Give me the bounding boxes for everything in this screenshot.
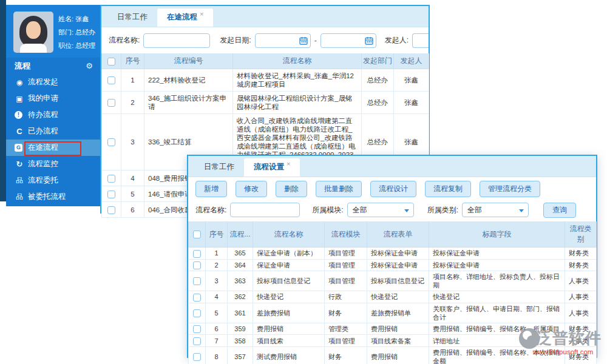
tab-daily-work[interactable]: 日常工作	[107, 8, 157, 27]
column-header: 发起人	[394, 53, 429, 69]
toolbar-button-1[interactable]: 修改	[236, 181, 267, 197]
close-icon[interactable]: ×	[200, 10, 203, 18]
sidebar-item-id-card[interactable]: ▣我的申请	[6, 90, 100, 107]
cell-code: 364	[228, 259, 253, 271]
profile-title-value: 总经理	[75, 42, 95, 49]
table-row[interactable]: 2346_施工组织设计方案申请晟铭园林绿化工程组织设计方案_晟铭园林绿化工程总经…	[102, 92, 429, 114]
initiator-input[interactable]	[412, 33, 429, 48]
sidebar-item-todo-alert[interactable]: !待办流程	[6, 107, 100, 123]
cell-dept: 总经办	[362, 92, 394, 114]
tab-in-transit[interactable]: 在途流程×	[157, 8, 213, 27]
table-row[interactable]: 4362快递登记行政快递登记快递登记人事类	[189, 291, 597, 303]
sidebar-item-label: 已办流程	[28, 126, 58, 136]
avatar	[13, 12, 53, 53]
toolbar-button-6[interactable]: 管理流程分类	[480, 181, 540, 197]
cell-module: 项目管理	[325, 248, 367, 260]
cell-no: 1	[121, 69, 144, 92]
sidebar-item-in-transit[interactable]: G在途流程	[6, 140, 100, 156]
toolbar-button-4[interactable]: 流程设计	[370, 181, 416, 197]
cell-no: 3	[121, 114, 144, 170]
cell-module: 项目管理	[325, 259, 367, 271]
process-name-input[interactable]	[143, 33, 210, 48]
row-checkbox[interactable]	[107, 138, 115, 146]
module-select[interactable]: 全部	[347, 203, 414, 217]
row-checkbox[interactable]	[107, 175, 115, 183]
cell-no: 7	[206, 335, 228, 347]
id-card-icon: ▣	[15, 95, 24, 103]
tab-label: 日常工作	[117, 13, 148, 21]
gear-icon[interactable]: ⚙	[86, 61, 93, 70]
search-button[interactable]: 查询	[543, 203, 576, 218]
process-name-label: 流程名称:	[109, 35, 140, 46]
cell-form: 快递登记	[367, 291, 429, 303]
date-to-field[interactable]	[320, 33, 376, 48]
cell-code: 365	[228, 248, 253, 260]
cell-title_field: 项目名称、详细地址、投标负责人、投标日期	[429, 271, 565, 291]
toolbar-button-3[interactable]: 批量删除	[316, 181, 362, 197]
row-checkbox[interactable]	[107, 190, 115, 198]
fanpu-watermark: 泛普软件 www.fanpusoft.com	[519, 328, 607, 356]
sidebar-item-label: 流程发起	[28, 77, 58, 87]
cell-no: 2	[121, 92, 144, 114]
calendar-icon[interactable]	[299, 36, 308, 45]
cell-title_field: 关联客户、报销人、申请日期、部门、报销合计	[429, 303, 565, 323]
module-select-value: 全部	[353, 205, 367, 215]
cell-initiator: 张鑫	[394, 92, 429, 114]
table-row[interactable]: 3363投标项目信息登记项目管理投标项目信息登记项目名称、详细地址、投标负责人、…	[189, 271, 597, 291]
sidebar-item-monitor-refresh[interactable]: ↻流程监控	[6, 156, 100, 172]
cell-module: 财务	[325, 346, 367, 364]
fg-filter-row: 流程名称: 所属模块: 全部 所属类别: 全部 查询	[188, 201, 596, 221]
chevron-down-icon	[519, 209, 524, 212]
row-checkbox[interactable]	[107, 206, 115, 214]
profile-dept-label: 部门:	[58, 29, 73, 36]
table-header-row: 序号流程...流程名称流程模块流程表单标题字段流程类别	[189, 221, 597, 248]
sidebar-item-delegated-sitemap[interactable]: 品被委托流程	[6, 189, 100, 205]
column-header: 标题字段	[429, 221, 565, 248]
calendar-icon[interactable]	[365, 36, 373, 45]
row-checkbox[interactable]	[107, 99, 115, 107]
select-all-checkbox[interactable]	[107, 58, 115, 66]
cell-name: 投标项目信息登记	[253, 271, 325, 291]
cell-code: 222_材料验收登记	[144, 69, 233, 92]
cell-name: 材料验收登记_材料采购_张鑫_华润12城房建工程项目	[233, 69, 362, 92]
category-select[interactable]: 全部	[462, 203, 529, 217]
tab-process-settings[interactable]: 流程设置×	[244, 158, 300, 177]
cell-no: 5	[206, 303, 228, 323]
select-all-checkbox[interactable]	[193, 231, 201, 238]
row-checkbox[interactable]	[193, 337, 201, 345]
tab-daily-work[interactable]: 日常工作	[194, 158, 244, 177]
row-checkbox[interactable]	[193, 250, 201, 258]
row-checkbox[interactable]	[107, 76, 115, 84]
delegate-sitemap-icon: 品	[15, 175, 24, 186]
sidebar-item-delegate-sitemap[interactable]: 品流程委托	[6, 172, 100, 189]
cell-no: 4	[206, 291, 228, 303]
row-checkbox[interactable]	[193, 277, 201, 285]
profile-name-label: 姓名:	[58, 15, 73, 22]
date-from-field[interactable]	[255, 33, 311, 48]
sidebar-item-done-redo[interactable]: C已办流程	[6, 123, 100, 140]
sidebar-item-podcast[interactable]: ◉流程发起	[6, 74, 100, 90]
fg-tabbar: 日常工作 流程设置×	[188, 156, 596, 177]
category-label: 所属类别:	[427, 205, 458, 215]
table-row[interactable]: 1222_材料验收登记材料验收登记_材料采购_张鑫_华润12城房建工程项目总经办…	[102, 69, 429, 92]
toolbar-button-0[interactable]: 新增	[195, 181, 227, 197]
table-row[interactable]: 1365保证金申请（副本）项目管理投标保证金申请投标保证金申请财务类	[189, 248, 597, 260]
process-name-input[interactable]	[230, 203, 300, 217]
table-row[interactable]: 5361差旅费报销财务差旅费报销单关联客户、报销人、申请日期、部门、报销合计人事…	[189, 303, 597, 323]
row-checkbox[interactable]	[193, 325, 201, 333]
cell-module: 项目管理	[325, 271, 367, 291]
cell-form: 投标保证金申请	[367, 259, 429, 271]
table-row[interactable]: 2364保证金申请项目管理投标保证金申请投标保证金申请财务类	[189, 259, 597, 271]
sidebar-title: 流程	[15, 61, 30, 72]
sidebar-item-label: 流程监控	[28, 159, 58, 169]
close-icon[interactable]: ×	[287, 160, 290, 167]
todo-alert-icon: !	[15, 111, 22, 119]
watermark-url: www.fanpusoft.com	[519, 348, 607, 356]
row-checkbox[interactable]	[193, 261, 201, 269]
row-checkbox[interactable]	[193, 353, 201, 361]
toolbar-button-5[interactable]: 流程复制	[425, 181, 471, 197]
row-checkbox[interactable]	[193, 309, 201, 317]
toolbar-button-2[interactable]: 删除	[276, 181, 307, 197]
row-checkbox[interactable]	[193, 294, 201, 302]
cell-code: 357	[228, 346, 253, 364]
